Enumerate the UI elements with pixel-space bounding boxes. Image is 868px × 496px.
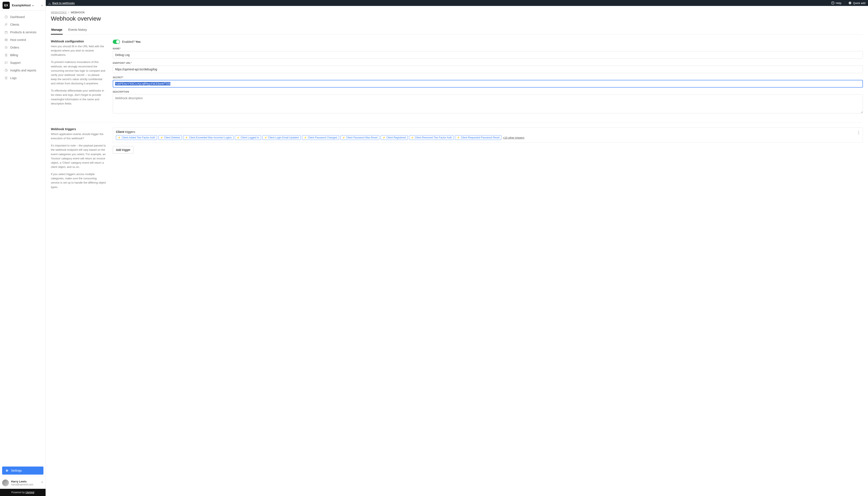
svg-rect-4 — [5, 39, 7, 40]
sidebar-item-billing[interactable]: Billing — [2, 51, 44, 59]
sidebar-item-label: Products & services — [10, 31, 36, 34]
trigger-chip-label: Client Logged In — [240, 136, 259, 139]
sidebar-item-label: Logs — [10, 76, 17, 80]
triggers-group-label: Client — [116, 130, 124, 134]
bolt-icon: ⚡ — [304, 136, 307, 139]
trigger-chip-label: Client Deleted — [164, 136, 180, 139]
breadcrumb-parent-link[interactable]: WEBHOOKS — [51, 11, 67, 14]
brand-switcher[interactable]: ExampleHost ▾ — [12, 4, 41, 7]
svg-point-2 — [6, 24, 7, 25]
arrow-left-icon: ← — [48, 1, 51, 5]
sidebar: EX ExampleHost ▾ « Dashboard Clients Pro… — [0, 0, 46, 496]
chevron-down-icon: ▾ — [32, 4, 33, 7]
sidebar-item-dashboard[interactable]: Dashboard — [2, 13, 44, 21]
user-menu[interactable]: Harry Lewis harry@upmind.com ⌃ — [0, 477, 46, 489]
breadcrumb-separator: / — [68, 11, 69, 14]
more-triggers-link[interactable]: +10 other triggers — [503, 136, 524, 139]
tab-events-history[interactable]: Events history — [68, 26, 87, 34]
sidebar-item-orders[interactable]: Orders — [2, 44, 44, 51]
field-description: Description — [113, 91, 863, 114]
trigger-chip-label: Client Requested Password Reset — [461, 136, 500, 139]
triggers-desc-p2: It's important to note – the payload pas… — [51, 143, 106, 169]
sidebar-item-label: Insights and reports — [10, 69, 36, 72]
description-textarea[interactable] — [113, 94, 863, 113]
back-to-webhooks-link[interactable]: ← Back to webhooks — [48, 1, 75, 5]
trigger-chip[interactable]: ⚡Client Requested Password Reset — [455, 135, 501, 140]
bolt-icon: ⚡ — [342, 136, 345, 139]
topbar: ← Back to webhooks ? Help Quick add — [46, 0, 868, 6]
sidebar-item-support[interactable]: Support — [2, 59, 44, 66]
trigger-chips: ⚡Client Added Two Factor Auth⚡Client Del… — [116, 135, 860, 140]
user-email-label: harry@upmind.com — [11, 483, 33, 486]
trigger-chip[interactable]: ⚡Client Password Changed — [302, 135, 339, 140]
trigger-chip[interactable]: ⚡Client Exceeded Max Incorrect Logins — [183, 135, 234, 140]
sidebar-item-clients[interactable]: Clients — [2, 21, 44, 28]
name-input[interactable] — [113, 51, 863, 59]
breadcrumb: WEBHOOKS / WEBHOOK — [51, 11, 863, 14]
field-endpoint: Endpoint URL* — [113, 62, 863, 73]
sidebar-item-logs[interactable]: Logs — [2, 74, 44, 82]
basket-icon — [4, 46, 8, 49]
svg-text:?: ? — [832, 2, 833, 4]
tab-manage[interactable]: Manage — [51, 26, 63, 34]
sidebar-header: EX ExampleHost ▾ « — [0, 0, 46, 11]
trigger-chip[interactable]: ⚡Client Removed Two Factor Auth — [409, 135, 454, 140]
toggle-knob — [116, 40, 120, 44]
help-label: Help — [836, 1, 841, 5]
section-webhook-triggers: Webhook triggers Which application event… — [51, 122, 863, 197]
sidebar-nav: Dashboard Clients Products & services Ho… — [0, 11, 46, 464]
help-button[interactable]: ? Help — [831, 1, 841, 5]
svg-point-1 — [5, 24, 6, 25]
sliders-icon — [5, 469, 9, 472]
sidebar-item-label: Billing — [10, 53, 18, 57]
triggers-heading: Client triggers: — [116, 130, 860, 134]
server-icon — [4, 38, 8, 42]
document-icon — [4, 76, 8, 80]
field-name: Name* — [113, 47, 863, 59]
avatar — [2, 479, 9, 486]
triggers-panel: ⋮ Client triggers: ⚡Client Added Two Fac… — [113, 127, 863, 143]
powered-brand-link[interactable]: Upmind — [26, 491, 34, 494]
secret-input[interactable] — [113, 80, 863, 88]
sidebar-bottom: Settings — [0, 464, 46, 477]
endpoint-input[interactable] — [113, 65, 863, 73]
trigger-chip[interactable]: ⚡Client Deleted — [158, 135, 182, 140]
users-icon — [4, 23, 8, 27]
field-description-label: Description — [113, 91, 863, 93]
triggers-context-menu-button[interactable]: ⋮ — [857, 130, 861, 135]
sidebar-item-products[interactable]: Products & services — [2, 28, 44, 36]
trigger-chip[interactable]: ⚡Client Login Email Updated — [262, 135, 301, 140]
svg-rect-3 — [5, 31, 7, 33]
triggers-desc-p3: If you select triggers across multiple c… — [51, 172, 106, 189]
trigger-chip[interactable]: ⚡Client Logged In — [235, 135, 261, 140]
enabled-toggle-row: Enabled? Yes — [113, 40, 863, 44]
enabled-toggle[interactable] — [113, 40, 120, 44]
field-name-label: Name* — [113, 47, 863, 50]
section-config-form: Enabled? Yes Name* Endpoint URL* Secret* — [113, 40, 863, 117]
box-icon — [4, 30, 8, 34]
gauge-icon — [4, 15, 8, 19]
page-title: Webhook overview — [51, 15, 863, 22]
bolt-icon: ⚡ — [264, 136, 267, 139]
field-secret: Secret* — [113, 76, 863, 88]
powered-by: Powered by Upmind — [0, 489, 46, 496]
trigger-chip[interactable]: ⚡Client Added Two Factor Auth — [116, 135, 157, 140]
add-trigger-button[interactable]: Add trigger — [113, 146, 133, 154]
sidebar-item-insights[interactable]: Insights and reports — [2, 66, 44, 74]
quick-add-label: Quick add — [853, 1, 866, 5]
content: WEBHOOKS / WEBHOOK Webhook overview Mana… — [46, 6, 868, 496]
trigger-chip[interactable]: ⚡Client Registered — [381, 135, 408, 140]
quick-add-button[interactable]: Quick add — [848, 1, 866, 5]
triggers-group-suffix: triggers: — [124, 130, 136, 134]
pie-chart-icon — [4, 68, 8, 72]
bolt-icon: ⚡ — [457, 136, 460, 139]
trigger-chip[interactable]: ⚡Client Password Was Reset — [340, 135, 379, 140]
brand-logo: EX — [2, 2, 10, 9]
sidebar-collapse-button[interactable]: « — [41, 3, 43, 7]
powered-prefix: Powered by — [11, 491, 26, 494]
svg-point-11 — [6, 471, 7, 471]
sidebar-item-host-control[interactable]: Host control — [2, 36, 44, 44]
field-secret-label: Secret* — [113, 76, 863, 79]
settings-button[interactable]: Settings — [2, 467, 44, 475]
sidebar-item-label: Dashboard — [10, 15, 25, 19]
